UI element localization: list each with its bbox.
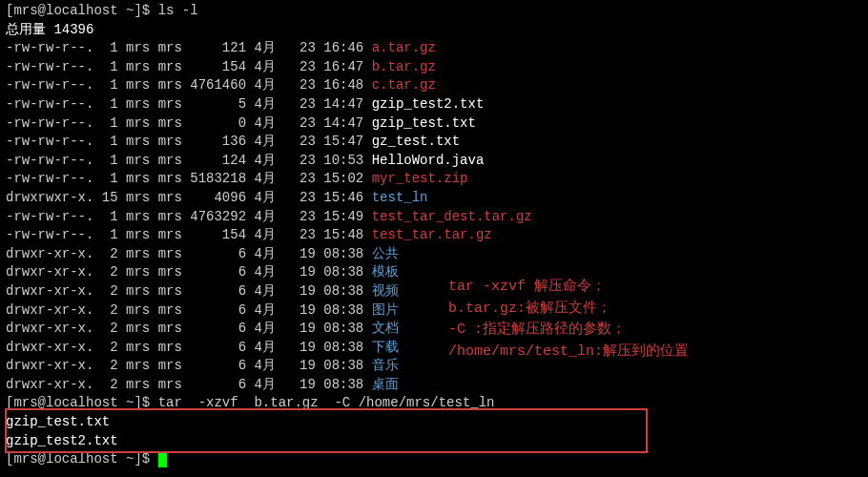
file-meta: -rw-rw-r--. 1 mrs mrs 136 4月 23 15:47 bbox=[6, 134, 372, 149]
file-row: drwxr-xr-x. 2 mrs mrs 6 4月 19 08:38 桌面 bbox=[6, 376, 862, 395]
tar-command-line: [mrs@localhost ~]$ tar -xzvf b.tar.gz -C… bbox=[6, 394, 862, 413]
file-row: drwxr-xr-x. 2 mrs mrs 6 4月 19 08:38 下载 bbox=[6, 339, 862, 358]
file-row: drwxr-xr-x. 2 mrs mrs 6 4月 19 08:38 音乐 bbox=[6, 357, 862, 376]
file-row: -rw-rw-r--. 1 mrs mrs 124 4月 23 10:53 He… bbox=[6, 152, 862, 171]
file-name: 公共 bbox=[372, 246, 399, 261]
file-meta: -rw-rw-r--. 1 mrs mrs 4761460 4月 23 16:4… bbox=[6, 77, 372, 93]
file-name: a.tar.gz bbox=[372, 40, 436, 55]
file-name: 桌面 bbox=[372, 377, 399, 392]
file-row: -rw-rw-r--. 1 mrs mrs 154 4月 23 15:48 te… bbox=[6, 226, 862, 245]
file-row: -rw-rw-r--. 1 mrs mrs 5183218 4月 23 15:0… bbox=[6, 170, 862, 189]
annotation-box: tar -xzvf 解压命令； b.tar.gz:被解压文件； -C :指定解压… bbox=[448, 277, 689, 363]
file-name: test_ln bbox=[372, 190, 428, 205]
file-name: test_tar.tar.gz bbox=[372, 227, 492, 242]
file-meta: -rw-rw-r--. 1 mrs mrs 121 4月 23 16:46 bbox=[6, 40, 372, 55]
file-meta: drwxr-xr-x. 2 mrs mrs 6 4月 19 08:38 bbox=[6, 321, 372, 336]
file-name: b.tar.gz bbox=[372, 59, 436, 74]
file-meta: drwxr-xr-x. 2 mrs mrs 6 4月 19 08:38 bbox=[6, 302, 372, 318]
file-row: -rw-rw-r--. 1 mrs mrs 0 4月 23 14:47 gzip… bbox=[6, 114, 862, 134]
file-name: test_tar_dest.tar.gz bbox=[372, 209, 532, 224]
file-name: 下载 bbox=[372, 340, 399, 355]
file-name: gzip_test.txt bbox=[372, 115, 476, 131]
file-row: drwxr-xr-x. 2 mrs mrs 6 4月 19 08:38 图片 bbox=[6, 301, 862, 321]
file-meta: -rw-rw-r--. 1 mrs mrs 4763292 4月 23 15:4… bbox=[6, 209, 372, 224]
file-row: -rw-rw-r--. 1 mrs mrs 136 4月 23 15:47 gz… bbox=[6, 133, 862, 152]
file-meta: -rw-rw-r--. 1 mrs mrs 5 4月 23 14:47 bbox=[6, 96, 372, 112]
file-row: drwxr-xr-x. 2 mrs mrs 6 4月 19 08:38 视频 bbox=[6, 282, 862, 301]
file-row: -rw-rw-r--. 1 mrs mrs 154 4月 23 16:47 b.… bbox=[6, 58, 862, 77]
file-meta: drwxr-xr-x. 2 mrs mrs 6 4月 19 08:38 bbox=[6, 358, 372, 373]
file-name: c.tar.gz bbox=[372, 77, 436, 93]
file-name: gzip_test2.txt bbox=[372, 96, 485, 112]
file-name: 视频 bbox=[372, 283, 399, 299]
file-row: -rw-rw-r--. 1 mrs mrs 4761460 4月 23 16:4… bbox=[6, 76, 862, 95]
file-meta: -rw-rw-r--. 1 mrs mrs 124 4月 23 10:53 bbox=[6, 153, 372, 168]
file-row: -rw-rw-r--. 1 mrs mrs 121 4月 23 16:46 a.… bbox=[6, 39, 862, 58]
final-prompt-line[interactable]: [mrs@localhost ~]$ bbox=[6, 450, 862, 469]
file-meta: drwxrwxr-x. 15 mrs mrs 4096 4月 23 15:46 bbox=[6, 190, 372, 205]
file-meta: -rw-rw-r--. 1 mrs mrs 5183218 4月 23 15:0… bbox=[6, 171, 372, 186]
annotation-line: -C :指定解压路径的参数； bbox=[448, 320, 689, 342]
file-meta: -rw-rw-r--. 1 mrs mrs 154 4月 23 16:47 bbox=[6, 59, 372, 74]
terminal-window[interactable]: [mrs@localhost ~]$ ls -l 总用量 14396 -rw-r… bbox=[0, 0, 868, 471]
file-meta: drwxr-xr-x. 2 mrs mrs 6 4月 19 08:38 bbox=[6, 283, 372, 299]
file-name: 文档 bbox=[372, 321, 399, 336]
file-meta: drwxr-xr-x. 2 mrs mrs 6 4月 19 08:38 bbox=[6, 246, 372, 261]
file-name: HelloWord.java bbox=[372, 153, 485, 168]
file-meta: drwxr-xr-x. 2 mrs mrs 6 4月 19 08:38 bbox=[6, 340, 372, 355]
output-line: gzip_test2.txt bbox=[6, 432, 862, 451]
annotation-line: /home/mrs/test_ln:解压到的位置 bbox=[448, 342, 689, 363]
file-row: -rw-rw-r--. 1 mrs mrs 4763292 4月 23 15:4… bbox=[6, 208, 862, 227]
total-line: 总用量 14396 bbox=[6, 21, 862, 40]
file-name: 图片 bbox=[372, 302, 399, 318]
file-row: drwxr-xr-x. 2 mrs mrs 6 4月 19 08:38 公共 bbox=[6, 245, 862, 264]
annotation-line: b.tar.gz:被解压文件； bbox=[448, 299, 689, 321]
file-row: drwxrwxr-x. 15 mrs mrs 4096 4月 23 15:46 … bbox=[6, 189, 862, 208]
file-row: drwxr-xr-x. 2 mrs mrs 6 4月 19 08:38 文档 bbox=[6, 320, 862, 339]
cursor bbox=[158, 452, 167, 467]
prompt-line: [mrs@localhost ~]$ ls -l bbox=[6, 2, 862, 21]
output-line: gzip_test.txt bbox=[6, 413, 862, 432]
file-row: drwxr-xr-x. 2 mrs mrs 6 4月 19 08:38 模板 bbox=[6, 263, 862, 282]
file-row: -rw-rw-r--. 1 mrs mrs 5 4月 23 14:47 gzip… bbox=[6, 95, 862, 114]
file-name: gz_test.txt bbox=[372, 134, 460, 149]
file-meta: -rw-rw-r--. 1 mrs mrs 154 4月 23 15:48 bbox=[6, 227, 372, 242]
annotation-line: tar -xzvf 解压命令； bbox=[448, 277, 689, 299]
file-meta: drwxr-xr-x. 2 mrs mrs 6 4月 19 08:38 bbox=[6, 377, 372, 392]
file-name: 音乐 bbox=[372, 358, 399, 373]
file-meta: -rw-rw-r--. 1 mrs mrs 0 4月 23 14:47 bbox=[6, 115, 372, 131]
file-name: myr_test.zip bbox=[372, 171, 468, 186]
prompt: [mrs@localhost ~]$ bbox=[6, 451, 158, 467]
file-listing: -rw-rw-r--. 1 mrs mrs 121 4月 23 16:46 a.… bbox=[6, 39, 862, 394]
file-name: 模板 bbox=[372, 264, 399, 280]
file-meta: drwxr-xr-x. 2 mrs mrs 6 4月 19 08:38 bbox=[6, 264, 372, 280]
